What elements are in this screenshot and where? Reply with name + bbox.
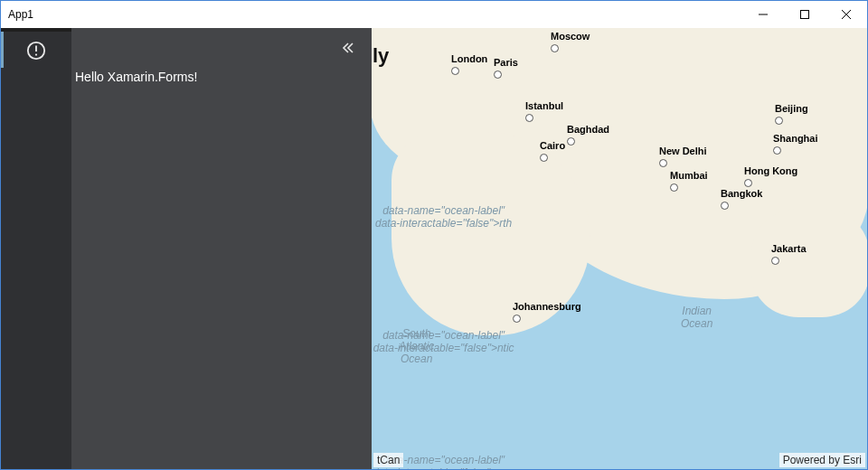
city-label: Jakarta [771,243,807,265]
city-label: Bangkok [721,188,762,210]
svg-point-6 [35,53,37,55]
page-title-fragment: ly [373,44,389,68]
flyout-panel: Hello Xamarin.Forms! [1,28,372,469]
ocean-label: IndianOcean [681,306,712,331]
close-button[interactable] [826,1,867,28]
title-bar[interactable]: App1 [1,1,867,28]
attribution-left-fragment: tCan [373,453,403,467]
alert-icon[interactable] [26,41,46,61]
selected-indicator [1,32,4,68]
city-label: Istanbul [525,100,563,122]
city-label: Beijing [775,103,808,125]
nav-rail [1,28,71,469]
maximize-button[interactable] [784,1,826,28]
city-label: Shanghai [773,133,818,155]
city-label: Cairo [540,140,565,162]
city-label: New Delhi [659,146,707,167]
city-label: Johannesburg [513,301,581,323]
city-label: Baghdad [567,124,609,146]
panel-message: Hello Xamarin.Forms! [75,70,197,84]
minimize-button[interactable] [742,1,784,28]
app-window: App1 ly data-name="ocean-label"data-inte… [0,0,868,470]
client-area: ly data-name="ocean-label"data-interacta… [1,28,867,469]
city-label: London [451,53,487,75]
svg-rect-1 [801,11,809,19]
city-label: Hong Kong [744,165,797,187]
map-attribution: Powered by Esri [779,453,865,467]
window-title: App1 [1,8,742,21]
tab-indicator [1,28,71,32]
collapse-button[interactable] [341,41,355,55]
city-label: Mumbai [670,170,708,192]
city-label: Moscow [551,31,590,52]
city-label: Paris [494,57,518,79]
ocean-label: SouthAtlanticOcean [399,328,434,365]
